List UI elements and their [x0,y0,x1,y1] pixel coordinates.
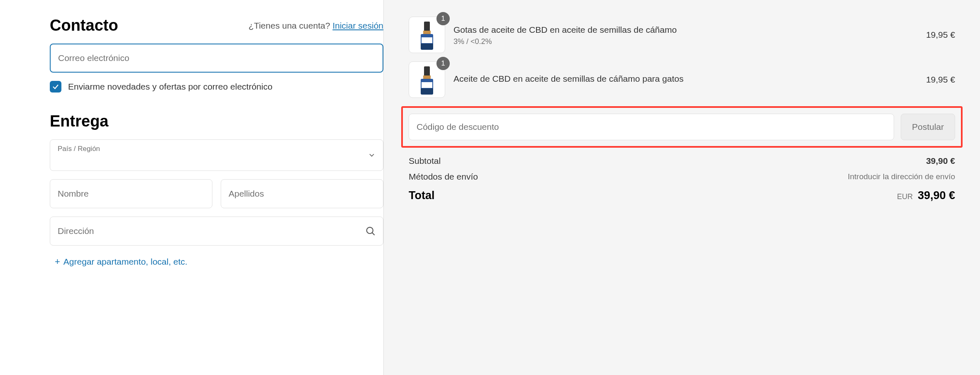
item-title: Aceite de CBD en aceite de semillas de c… [453,73,918,85]
add-apartment-label: Agregar apartamento, local, etc. [63,257,188,267]
discount-code-input[interactable] [409,114,894,140]
search-icon [365,226,376,236]
svg-line-1 [372,233,375,235]
newsletter-checkbox[interactable] [50,81,61,93]
first-name-input[interactable] [50,179,212,208]
bottle-icon [421,66,433,93]
item-price: 19,95 € [926,30,955,40]
check-icon [52,83,59,90]
subtotal-value: 39,90 € [926,156,955,166]
country-select[interactable]: País / Región [50,139,383,171]
quantity-badge: 1 [436,57,450,70]
product-thumbnail: 1 [409,17,445,53]
contact-heading: Contacto [50,17,118,34]
item-variant: 3% / <0.2% [453,37,918,46]
product-thumbnail: 1 [409,61,445,98]
quantity-badge: 1 [436,12,450,25]
cart-item: 1 Gotas de aceite de CBD en aceite de se… [409,17,955,53]
subtotal-label: Subtotal [409,156,441,166]
shipping-note: Introducir la dirección de envío [848,172,955,181]
shipping-label: Métodos de envío [409,172,478,182]
total-value: 39,90 € [918,189,955,202]
add-apartment-link[interactable]: + Agregar apartamento, local, etc. [50,256,383,267]
total-label: Total [409,189,435,202]
last-name-input[interactable] [221,179,383,208]
address-input[interactable] [50,217,383,246]
cart-item: 1 Aceite de CBD en aceite de semillas de… [409,61,955,98]
bottle-icon [421,22,433,48]
account-prompt-text: ¿Tienes una cuenta? [249,21,330,30]
item-title: Gotas de aceite de CBD en aceite de semi… [453,24,918,36]
chevron-down-icon [368,151,376,159]
discount-row-highlight: Postular [401,106,963,148]
login-link[interactable]: Iniciar sesión [332,21,383,30]
plus-icon: + [55,256,60,267]
currency-code: EUR [897,192,913,201]
delivery-heading: Entrega [50,112,383,130]
country-label: País / Región [58,145,100,153]
account-prompt: ¿Tienes una cuenta? Iniciar sesión [249,21,383,31]
apply-discount-button[interactable]: Postular [901,114,955,140]
item-price: 19,95 € [926,75,955,85]
svg-point-0 [367,227,373,234]
newsletter-label: Enviarme novedades y ofertas por correo … [68,82,273,92]
email-input[interactable] [50,44,383,73]
